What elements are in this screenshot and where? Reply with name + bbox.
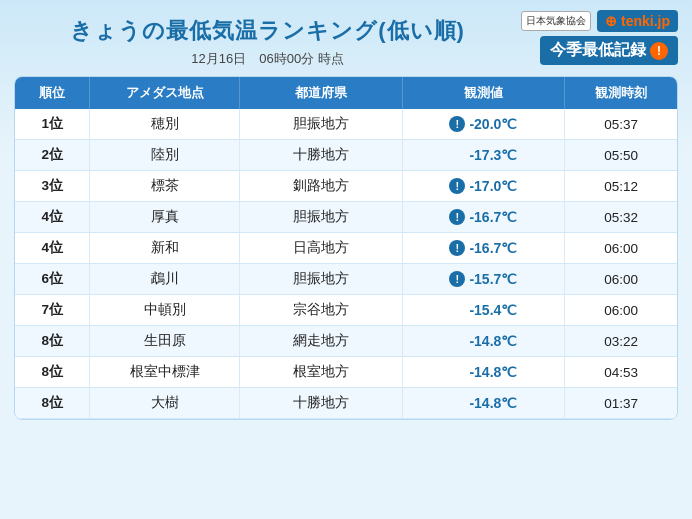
season-record-icon: !	[449, 116, 465, 132]
cell-station: 穂別	[90, 109, 240, 140]
table-row: 8位根室中標津根室地方-14.8℃04:53	[15, 357, 677, 388]
tenki-label: tenki.jp	[621, 13, 670, 29]
cell-temp: -16.7℃	[469, 209, 517, 225]
tenki-icon: ⊕	[605, 13, 621, 29]
cell-time: 06:00	[565, 264, 677, 295]
cell-pref: 十勝地方	[240, 388, 402, 419]
cell-time: 05:32	[565, 202, 677, 233]
cell-time: 06:00	[565, 233, 677, 264]
cell-station: 厚真	[90, 202, 240, 233]
cell-obs: -14.8℃	[402, 388, 564, 419]
logo-row: 日本気象協会 ⊕ tenki.jp	[521, 10, 678, 32]
cell-obs: -14.8℃	[402, 357, 564, 388]
cell-rank: 4位	[15, 202, 90, 233]
cell-obs: !-16.7℃	[402, 233, 564, 264]
season-record-icon: !	[449, 209, 465, 225]
col-time: 観測時刻	[565, 77, 677, 109]
cell-time: 05:37	[565, 109, 677, 140]
cell-rank: 3位	[15, 171, 90, 202]
cell-temp: -20.0℃	[469, 116, 517, 132]
title-block: きょうの最低気温ランキング(低い順) 12月16日 06時00分 時点	[14, 10, 521, 68]
cell-temp: -14.8℃	[469, 333, 517, 349]
cell-pref: 胆振地方	[240, 109, 402, 140]
cell-time: 01:37	[565, 388, 677, 419]
tenki-logo: ⊕ tenki.jp	[597, 10, 678, 32]
cell-temp: -16.7℃	[469, 240, 517, 256]
header-row: きょうの最低気温ランキング(低い順) 12月16日 06時00分 時点 日本気象…	[14, 10, 678, 68]
cell-pref: 宗谷地方	[240, 295, 402, 326]
col-pref: 都道府県	[240, 77, 402, 109]
cell-time: 03:22	[565, 326, 677, 357]
col-obs: 観測値	[402, 77, 564, 109]
main-container: きょうの最低気温ランキング(低い順) 12月16日 06時00分 時点 日本気象…	[0, 0, 692, 519]
table-row: 4位厚真胆振地方!-16.7℃05:32	[15, 202, 677, 233]
cell-rank: 8位	[15, 388, 90, 419]
table-row: 1位穂別胆振地方!-20.0℃05:37	[15, 109, 677, 140]
cell-obs: -14.8℃	[402, 326, 564, 357]
cell-pref: 根室地方	[240, 357, 402, 388]
table-row: 6位鵡川胆振地方!-15.7℃06:00	[15, 264, 677, 295]
cell-temp: -15.4℃	[469, 302, 517, 318]
jma-logo: 日本気象協会	[521, 11, 591, 31]
cell-station: 新和	[90, 233, 240, 264]
cell-rank: 8位	[15, 357, 90, 388]
cell-pref: 胆振地方	[240, 202, 402, 233]
main-title: きょうの最低気温ランキング(低い順)	[14, 16, 521, 46]
cell-station: 生田原	[90, 326, 240, 357]
col-station: アメダス地点	[90, 77, 240, 109]
table-row: 8位大樹十勝地方-14.8℃01:37	[15, 388, 677, 419]
logo-block: 日本気象協会 ⊕ tenki.jp 今季最低記録 !	[521, 10, 678, 65]
table-row: 8位生田原網走地方-14.8℃03:22	[15, 326, 677, 357]
cell-pref: 日高地方	[240, 233, 402, 264]
season-label: 今季最低記録	[550, 40, 646, 61]
cell-obs: -17.3℃	[402, 140, 564, 171]
cell-rank: 6位	[15, 264, 90, 295]
cell-temp: -17.0℃	[469, 178, 517, 194]
cell-obs: !-20.0℃	[402, 109, 564, 140]
cell-rank: 1位	[15, 109, 90, 140]
table-row: 3位標茶釧路地方!-17.0℃05:12	[15, 171, 677, 202]
date-time: 12月16日 06時00分 時点	[14, 50, 521, 68]
cell-rank: 4位	[15, 233, 90, 264]
col-rank: 順位	[15, 77, 90, 109]
cell-rank: 2位	[15, 140, 90, 171]
season-exclaim-icon: !	[650, 42, 668, 60]
cell-obs: -15.4℃	[402, 295, 564, 326]
season-record-icon: !	[449, 271, 465, 287]
cell-pref: 十勝地方	[240, 140, 402, 171]
cell-obs: !-17.0℃	[402, 171, 564, 202]
season-record-icon: !	[449, 178, 465, 194]
cell-pref: 釧路地方	[240, 171, 402, 202]
cell-rank: 7位	[15, 295, 90, 326]
cell-station: 鵡川	[90, 264, 240, 295]
ranking-table-wrapper: 順位 アメダス地点 都道府県 観測値 観測時刻 1位穂別胆振地方!-20.0℃0…	[14, 76, 678, 420]
ranking-table: 順位 アメダス地点 都道府県 観測値 観測時刻 1位穂別胆振地方!-20.0℃0…	[15, 77, 677, 419]
table-row: 7位中頓別宗谷地方-15.4℃06:00	[15, 295, 677, 326]
cell-temp: -17.3℃	[469, 147, 517, 163]
cell-time: 05:12	[565, 171, 677, 202]
cell-time: 06:00	[565, 295, 677, 326]
cell-rank: 8位	[15, 326, 90, 357]
cell-pref: 胆振地方	[240, 264, 402, 295]
cell-time: 04:53	[565, 357, 677, 388]
table-body: 1位穂別胆振地方!-20.0℃05:372位陸別十勝地方-17.3℃05:503…	[15, 109, 677, 419]
season-badge: 今季最低記録 !	[540, 36, 678, 65]
table-header-row: 順位 アメダス地点 都道府県 観測値 観測時刻	[15, 77, 677, 109]
cell-station: 中頓別	[90, 295, 240, 326]
cell-station: 標茶	[90, 171, 240, 202]
table-row: 2位陸別十勝地方-17.3℃05:50	[15, 140, 677, 171]
cell-obs: !-15.7℃	[402, 264, 564, 295]
cell-temp: -15.7℃	[469, 271, 517, 287]
season-record-icon: !	[449, 240, 465, 256]
cell-station: 大樹	[90, 388, 240, 419]
cell-temp: -14.8℃	[469, 364, 517, 380]
cell-station: 根室中標津	[90, 357, 240, 388]
cell-station: 陸別	[90, 140, 240, 171]
cell-time: 05:50	[565, 140, 677, 171]
cell-pref: 網走地方	[240, 326, 402, 357]
table-row: 4位新和日高地方!-16.7℃06:00	[15, 233, 677, 264]
cell-temp: -14.8℃	[469, 395, 517, 411]
cell-obs: !-16.7℃	[402, 202, 564, 233]
